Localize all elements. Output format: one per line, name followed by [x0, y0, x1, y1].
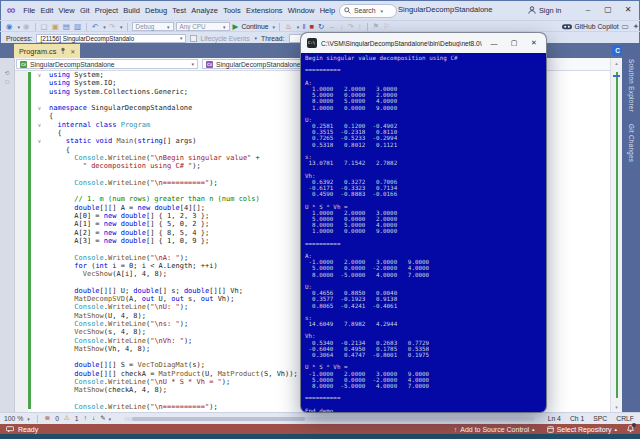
code-text: VecShow(s, 4, 8); [49, 328, 146, 336]
quick-actions-icon[interactable]: □ [5, 79, 9, 85]
github-copilot-button[interactable]: GitHub Copilot [562, 23, 618, 30]
menu-file[interactable]: File [21, 6, 38, 15]
next-issue-icon[interactable]: ↓ [92, 415, 95, 422]
scrollbar-change-marks [616, 72, 618, 398]
menu-analyze[interactable]: Analyze [189, 6, 221, 15]
toolbar-separator [367, 23, 368, 31]
solution-platforms-dropdown[interactable]: Any CPU▾ [176, 22, 230, 31]
step-over-icon[interactable]: ↷ [347, 23, 355, 31]
fold-marker-icon[interactable]: ∨ [34, 71, 45, 79]
sign-in-label: Sign in [539, 6, 561, 15]
line-ending[interactable]: CRLF [616, 415, 634, 422]
code-text: Console.WriteLine("\nBegin singular valu… [49, 154, 260, 162]
notifications-bell-button[interactable] [627, 425, 634, 433]
fold-marker-icon[interactable]: ∨ [34, 121, 45, 129]
errors-icon[interactable]: ⊗ [45, 415, 50, 422]
github-copilot-button-label: GitHub Copilot [574, 23, 618, 30]
menu-window[interactable]: Window [285, 6, 317, 15]
tab-program-cs[interactable]: Program.cs ✕ [14, 44, 80, 58]
console-title-bar[interactable]: C:\ C:\VSM\SingularDecompStandalone\bin\… [301, 33, 546, 53]
solution-configurations-dropdown[interactable]: Debug▾ [132, 22, 174, 31]
code-text: double[][] S = VecToDiagMat(s); [49, 361, 205, 369]
scroll-down-icon[interactable]: ▾ [611, 404, 622, 410]
redo-icon[interactable]: ↷ [108, 23, 116, 31]
navigate-forward-icon[interactable]: ◉ [22, 23, 31, 31]
copilot-chat-icon[interactable]: ▭ [621, 23, 630, 31]
open-folder-icon[interactable]: ▣ [51, 23, 60, 31]
fold-marker-icon[interactable]: ∨ [34, 104, 45, 112]
menu-view[interactable]: View [56, 6, 77, 15]
pencil-icon: ✎ [100, 415, 105, 422]
break-all-icon[interactable]: ‖ [301, 23, 306, 31]
new-file-icon[interactable]: ▢ [40, 23, 49, 31]
side-tab-solution-explorer[interactable]: Solution Explorer [628, 59, 635, 112]
save-all-icon[interactable]: ▥ [73, 23, 82, 31]
lifecycle-checkbox[interactable] [190, 35, 197, 42]
indent-mode[interactable]: SPC [593, 415, 607, 422]
save-icon[interactable]: ▤ [62, 23, 71, 31]
scrollbar-thumb[interactable] [132, 417, 304, 421]
menu-extensions[interactable]: Extensions [243, 6, 285, 15]
menu-debug[interactable]: Debug [142, 6, 169, 15]
console-close-button[interactable]: ✕ [526, 39, 542, 47]
side-tab-git-changes[interactable]: Git Changes [628, 124, 635, 162]
menu-edit[interactable]: Edit [38, 6, 56, 15]
editor-horizontal-scrollbar[interactable] [124, 417, 535, 421]
code-text: using System; [49, 71, 104, 79]
code-text [49, 395, 53, 403]
navigate-backward-icon[interactable]: ◉ [5, 23, 14, 31]
restart-icon[interactable]: ↻ [317, 23, 325, 31]
menu-test[interactable]: Test [170, 6, 189, 15]
menu-build[interactable]: Build [121, 6, 143, 15]
close-button[interactable]: ✕ [618, 0, 638, 20]
undo-icon-caret-icon: ▾ [103, 24, 106, 30]
csharp-project-icon: C# [20, 61, 27, 68]
zoom-dropdown[interactable]: 100 % ▾ [4, 415, 30, 422]
project-dropdown-value: SingularDecompStandalone [30, 61, 115, 68]
lifecycle-events-dropdown[interactable]: Lifecycle Events ▾ [190, 35, 257, 42]
step-out-icon[interactable]: ↑ [357, 23, 363, 31]
console-maximize-button[interactable]: ▢ [506, 39, 522, 47]
add-to-source-control-button[interactable]: ↑ Add to Source Control ▴ [454, 426, 535, 433]
console-output: Begin singular value decomposition using… [301, 53, 546, 412]
pin-icon[interactable] [60, 47, 66, 55]
copilot-badge-icon[interactable]: ✦ [632, 23, 640, 31]
select-repository-button[interactable]: Select Repository ▴ [547, 426, 617, 433]
bookmark-icon[interactable]: ⚑ [372, 23, 381, 31]
code-text: A[2] = new double[] { 8, 5, 4 }; [49, 229, 209, 237]
menu-project[interactable]: Project [92, 6, 121, 15]
step-into-icon[interactable]: ↓ [339, 23, 345, 31]
undo-icon[interactable]: ↶ [91, 23, 99, 31]
process-dropdown[interactable]: [21156] SingularDecompStandalo ▾ [36, 34, 186, 43]
hot-reload-icon[interactable]: ♨ [284, 23, 293, 31]
code-text: double[][] U; double[] s; double[][] Vh; [49, 287, 243, 295]
editor-vertical-scrollbar[interactable]: ▴ ▾ [610, 58, 622, 412]
scroll-up-icon[interactable]: ▴ [611, 60, 622, 66]
previous-issue-icon[interactable]: ↑ [84, 415, 87, 422]
previous-bookmark-icon[interactable]: ⚐ [382, 23, 391, 31]
search-box[interactable]: Search ▾ [339, 4, 397, 18]
menu-help[interactable]: Help [317, 6, 338, 15]
editor-bottom-bar: 100 % ▾ ⊗ 0 ⚠ 1 ↑ ↓ ✎ ▾ Ln 4 Ch 1 SPC CR… [0, 412, 640, 424]
solution-configurations-dropdown-value: Debug [136, 23, 155, 30]
code-text: Console.WriteLine("\nA: "); [49, 254, 188, 262]
tab-close-icon[interactable]: ✕ [70, 48, 75, 55]
upload-icon: ↑ [454, 426, 458, 433]
warnings-icon[interactable]: ⚠ [64, 415, 70, 422]
continue-button[interactable]: ▶Continue▾ [232, 23, 276, 31]
tab-label: Program.cs [19, 47, 56, 56]
zoom-caret-icon: ▾ [27, 416, 30, 422]
code-cleanup-icon[interactable]: ⟲ [4, 70, 9, 76]
sign-in-button[interactable]: Sign in [528, 0, 561, 20]
minimize-button[interactable]: – [578, 0, 598, 20]
code-fix-dropdown[interactable]: ✎ ▾ [100, 415, 111, 422]
fold-marker-icon[interactable]: ∨ [34, 137, 45, 145]
stop-icon[interactable]: ■ [308, 23, 315, 31]
feedback-icon[interactable] [6, 426, 14, 433]
show-next-statement-icon[interactable]: → [327, 23, 337, 31]
console-minimize-button[interactable]: — [486, 40, 502, 47]
menu-git[interactable]: Git [77, 6, 92, 15]
menu-tools[interactable]: Tools [221, 6, 244, 15]
maximize-button[interactable]: ▢ [598, 0, 618, 20]
project-dropdown[interactable]: C# SingularDecompStandalone ▾ [16, 59, 198, 69]
